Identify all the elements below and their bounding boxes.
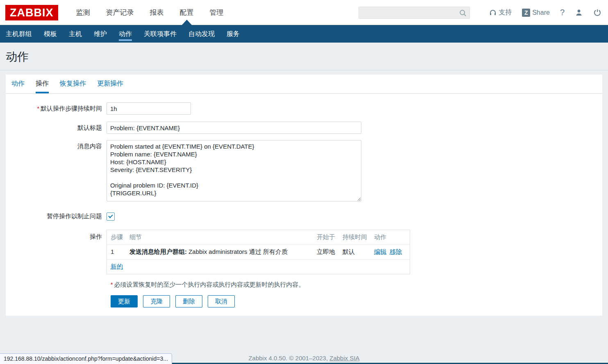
share-link[interactable]: Z Share xyxy=(522,9,550,17)
col-step: 步骤 xyxy=(107,230,127,244)
top-header: ZABBIX 监测 资产记录 报表 配置 管理 支持 Z xyxy=(0,0,608,25)
default-subject-label: 默认标题 xyxy=(6,122,107,132)
operations-form: *默认操作步骤持续时间 默认标题 消息内容 Problem started at… xyxy=(6,94,602,307)
checkmark-icon xyxy=(108,213,113,218)
form-tabs: 动作 操作 恢复操作 更新操作 xyxy=(6,75,602,94)
col-start-in: 开始于 xyxy=(315,230,340,244)
footer-copyright: Zabbix 4.0.50. © 2001–2023, xyxy=(248,355,329,362)
pause-operations-checkbox[interactable] xyxy=(107,213,115,221)
config-subnav: 主机群组 模板 主机 维护 动作 关联项事件 自动发现 服务 xyxy=(0,25,608,43)
search-icon[interactable] xyxy=(459,9,467,17)
support-label: 支持 xyxy=(499,8,512,17)
operation-type: 发送消息给用户群组: xyxy=(129,248,187,255)
tab-recovery-operations[interactable]: 恢复操作 xyxy=(60,75,86,93)
nav-configuration-label: 配置 xyxy=(180,9,194,16)
nav-administration[interactable]: 管理 xyxy=(210,0,224,25)
default-subject-row: 默认标题 xyxy=(6,122,602,134)
zabbix-sia-link[interactable]: Zabbix SIA xyxy=(329,355,359,362)
clone-button[interactable]: 克隆 xyxy=(143,295,170,307)
operations-table-header: 步骤 细节 开始于 持续时间 动作 xyxy=(107,230,410,245)
action-form-panel: 动作 操作 恢复操作 更新操作 *默认操作步骤持续时间 默认标题 消息内容 Pr… xyxy=(6,75,602,316)
default-step-duration-input[interactable] xyxy=(107,102,191,115)
help-icon[interactable]: ? xyxy=(560,8,565,17)
page-title: 动作 xyxy=(0,43,608,70)
profile-icon[interactable] xyxy=(575,9,583,17)
operation-actions: 编辑 移除 xyxy=(372,245,410,259)
support-link[interactable]: 支持 xyxy=(489,8,512,17)
operations-row: 操作 步骤 细节 开始于 持续时间 动作 1 发送消息给用户群组: Zabbix… xyxy=(6,230,602,274)
subnav-host-groups[interactable]: 主机群组 xyxy=(6,25,32,43)
operation-row: 1 发送消息给用户群组: Zabbix administrators 通过 所有… xyxy=(107,245,410,260)
tab-operations[interactable]: 操作 xyxy=(36,75,49,93)
default-step-duration-row: *默认操作步骤持续时间 xyxy=(6,102,602,115)
zabbix-share-icon: Z xyxy=(522,9,530,17)
tab-update-operations[interactable]: 更新操作 xyxy=(97,75,123,93)
subnav-event-correlation[interactable]: 关联项事件 xyxy=(144,25,177,43)
operation-details: 发送消息给用户群组: Zabbix administrators 通过 所有介质 xyxy=(127,245,315,259)
tab-action[interactable]: 动作 xyxy=(11,75,25,93)
operations-label: 操作 xyxy=(6,230,107,241)
message-content-row: 消息内容 Problem started at {EVENT.TIME} on … xyxy=(6,140,602,201)
required-mark: * xyxy=(37,105,39,112)
delete-button[interactable]: 删除 xyxy=(175,295,202,307)
nav-reports[interactable]: 报表 xyxy=(150,0,164,25)
active-nav-pointer-icon xyxy=(182,20,192,25)
nav-monitoring[interactable]: 监测 xyxy=(76,0,90,25)
new-operation-link[interactable]: 新的 xyxy=(111,263,123,270)
message-content-label: 消息内容 xyxy=(6,140,107,150)
message-content-textarea[interactable]: Problem started at {EVENT.TIME} on {EVEN… xyxy=(107,140,361,201)
nav-configuration[interactable]: 配置 xyxy=(180,0,194,25)
required-mark: * xyxy=(111,281,113,288)
update-button[interactable]: 更新 xyxy=(111,295,138,307)
col-action: 动作 xyxy=(372,230,410,244)
pause-operations-row: 暂停操作以制止问题 xyxy=(6,212,602,221)
subnav-services[interactable]: 服务 xyxy=(227,25,240,43)
operation-step: 1 xyxy=(107,245,127,259)
share-label: Share xyxy=(532,9,550,16)
headset-icon xyxy=(489,9,497,16)
edit-operation-link[interactable]: 编辑 xyxy=(374,248,386,256)
browser-status-url: 192.168.88.10/zabbix/actionconf.php?form… xyxy=(0,353,172,364)
form-hint: *必须设置恢复时的至少一个执行内容或执行内容或更新时的执行内容。 xyxy=(111,281,602,289)
operations-table-footer: 新的 xyxy=(107,260,410,274)
default-subject-input[interactable] xyxy=(107,122,361,134)
zabbix-logo[interactable]: ZABBIX xyxy=(5,5,58,20)
search-box xyxy=(358,7,470,19)
default-step-duration-label: *默认操作步骤持续时间 xyxy=(6,102,107,113)
subnav-actions[interactable]: 动作 xyxy=(119,25,132,43)
operation-duration: 默认 xyxy=(340,245,372,259)
subnav-discovery[interactable]: 自动发现 xyxy=(188,25,215,43)
remove-operation-link[interactable]: 移除 xyxy=(390,248,402,256)
subnav-templates[interactable]: 模板 xyxy=(44,25,57,43)
col-details: 细节 xyxy=(127,230,315,244)
operation-start: 立即地 xyxy=(315,245,340,259)
subnav-hosts[interactable]: 主机 xyxy=(69,25,82,43)
cancel-button[interactable]: 取消 xyxy=(208,295,235,307)
operations-table: 步骤 细节 开始于 持续时间 动作 1 发送消息给用户群组: Zabbix ad… xyxy=(107,230,410,274)
subnav-maintenance[interactable]: 维护 xyxy=(94,25,107,43)
header-right-group: 支持 Z Share ? xyxy=(358,7,601,19)
search-input[interactable] xyxy=(359,7,470,18)
operation-target: Zabbix administrators 通过 所有介质 xyxy=(187,248,288,255)
pause-operations-label: 暂停操作以制止问题 xyxy=(6,212,107,220)
main-nav: 监测 资产记录 报表 配置 管理 xyxy=(76,0,224,25)
col-duration: 持续时间 xyxy=(340,230,372,244)
form-buttons: 更新 克隆 删除 取消 xyxy=(111,295,602,307)
nav-inventory[interactable]: 资产记录 xyxy=(106,0,134,25)
logout-icon[interactable] xyxy=(593,9,601,17)
title-divider xyxy=(0,70,608,70)
